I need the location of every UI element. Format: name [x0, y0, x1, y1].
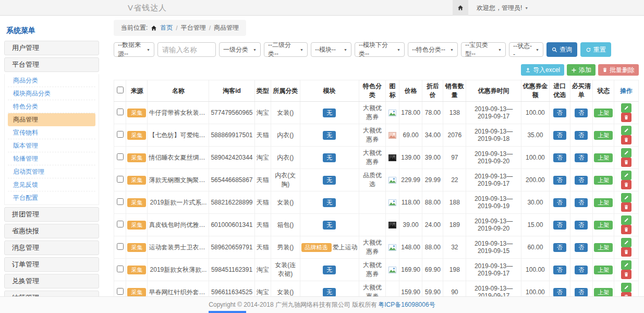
- sidebar-item[interactable]: 商品管理: [8, 113, 95, 126]
- import-select-badge[interactable]: 否: [553, 109, 566, 117]
- sidebar-item[interactable]: 用户管理: [4, 41, 99, 55]
- import-select-badge[interactable]: 否: [553, 176, 566, 185]
- row-checkbox[interactable]: [117, 266, 124, 272]
- sidebar-item[interactable]: 模块商品分类: [8, 87, 95, 100]
- sidebar-item[interactable]: 拼团管理: [4, 207, 99, 222]
- price: 148.00: [399, 236, 422, 259]
- status-badge[interactable]: 上架: [594, 109, 613, 117]
- edit-button[interactable]: [621, 193, 631, 202]
- delete-button[interactable]: [621, 225, 631, 234]
- user-menu[interactable]: 欢迎您，管理员! ▼: [477, 4, 528, 13]
- import-excel-button[interactable]: 导入excel: [521, 64, 564, 76]
- must-buy-badge[interactable]: 否: [575, 109, 588, 117]
- row-checkbox[interactable]: [117, 109, 124, 115]
- status-badge[interactable]: 上架: [594, 266, 613, 274]
- filter-select[interactable]: --模块--▼: [311, 42, 351, 57]
- sidebar-item[interactable]: 平台管理: [4, 57, 99, 72]
- status-badge[interactable]: 上架: [594, 198, 613, 207]
- must-buy-badge[interactable]: 否: [575, 221, 588, 230]
- filter-select[interactable]: --状态--▼: [509, 42, 543, 57]
- filter-select[interactable]: --特色分类--▼: [408, 42, 458, 57]
- edit-button[interactable]: [621, 148, 631, 158]
- feature-category: 大额优惠券: [359, 124, 386, 147]
- sidebar-item[interactable]: 宣传物料: [8, 126, 95, 139]
- row-checkbox[interactable]: [117, 176, 124, 183]
- table-row: 采集牛仔背带裤女秋装减龄...577479560965淘宝女装()无大额优惠券1…: [114, 102, 639, 124]
- filter-select[interactable]: --二级分类--▼: [264, 42, 308, 57]
- delete-button[interactable]: [621, 158, 631, 167]
- icon-cell: [386, 169, 399, 191]
- sidebar-item[interactable]: 启动页管理: [8, 165, 95, 178]
- source-badge: 采集: [127, 176, 146, 185]
- module-cell: 无: [300, 191, 359, 214]
- filter-select[interactable]: --宝贝类型--▼: [461, 42, 506, 57]
- import-select-badge[interactable]: 否: [553, 243, 566, 252]
- edit-button[interactable]: [621, 238, 631, 247]
- delete-button[interactable]: [621, 113, 631, 122]
- import-select-badge[interactable]: 否: [553, 288, 566, 297]
- must-buy-badge[interactable]: 否: [575, 198, 588, 207]
- must-buy-badge[interactable]: 否: [575, 131, 588, 140]
- delete-button[interactable]: [621, 247, 631, 257]
- import-select-badge[interactable]: 否: [553, 131, 566, 140]
- row-checkbox[interactable]: [117, 243, 124, 250]
- must-buy-badge[interactable]: 否: [575, 176, 588, 185]
- search-button[interactable]: 查询: [546, 42, 577, 57]
- sidebar-item[interactable]: 平台配置: [8, 191, 95, 204]
- row-checkbox[interactable]: [117, 131, 124, 138]
- edit-button[interactable]: [621, 215, 631, 225]
- filter-select[interactable]: 一级分类▼: [219, 42, 261, 57]
- edit-button[interactable]: [621, 260, 631, 270]
- edit-button[interactable]: [621, 283, 631, 292]
- sidebar-item[interactable]: 兑换管理: [4, 274, 99, 288]
- breadcrumb: 当前位置: 首页 / 平台管理 / 商品管理: [114, 20, 246, 36]
- status-badge[interactable]: 上架: [594, 176, 613, 185]
- edit-button[interactable]: [621, 103, 631, 113]
- sidebar-item[interactable]: 省惠快报: [4, 224, 99, 238]
- sidebar-item[interactable]: 版本管理: [8, 139, 95, 152]
- filter-select[interactable]: --模块下分类--▼: [355, 42, 405, 57]
- import-select-badge[interactable]: 否: [553, 198, 566, 207]
- home-button[interactable]: [453, 0, 468, 16]
- sidebar-item[interactable]: 轮播管理: [8, 152, 95, 165]
- reset-button[interactable]: 重置: [580, 42, 611, 57]
- sidebar-item[interactable]: 消息管理: [4, 240, 99, 255]
- select-all-checkbox[interactable]: [117, 87, 124, 93]
- edit-button[interactable]: [621, 171, 631, 180]
- coupon-amount: 100.00: [521, 259, 549, 281]
- breadcrumb-home-link[interactable]: 首页: [160, 23, 173, 32]
- must-buy-badge[interactable]: 否: [575, 266, 588, 274]
- status-badge[interactable]: 上架: [594, 153, 613, 162]
- delete-button[interactable]: [621, 202, 631, 212]
- delete-button[interactable]: [621, 135, 631, 145]
- sidebar-item[interactable]: 商品分类: [8, 74, 95, 87]
- batch-delete-button[interactable]: 批量删除: [598, 64, 639, 76]
- row-checkbox[interactable]: [117, 288, 124, 295]
- import-select-badge[interactable]: 否: [553, 153, 566, 162]
- status-badge[interactable]: 上架: [594, 221, 613, 230]
- delete-button[interactable]: [621, 270, 631, 279]
- add-button[interactable]: 添加: [567, 64, 596, 76]
- must-buy-badge[interactable]: 否: [575, 288, 588, 297]
- edit-button[interactable]: [621, 126, 631, 135]
- discount-price: 39.00: [422, 147, 443, 169]
- sidebar-item[interactable]: 订单管理: [4, 257, 99, 272]
- icp-link[interactable]: 粤ICP备16098006号: [378, 300, 435, 309]
- row-checkbox[interactable]: [117, 153, 124, 160]
- row-checkbox[interactable]: [117, 221, 124, 227]
- status-badge[interactable]: 上架: [594, 131, 613, 140]
- status-badge[interactable]: 上架: [594, 243, 613, 252]
- row-checkbox[interactable]: [117, 198, 124, 205]
- sidebar-item[interactable]: 意见反馈: [8, 178, 95, 191]
- import-select-badge[interactable]: 否: [553, 266, 566, 274]
- icon-cell: [386, 259, 399, 281]
- delete-button[interactable]: [621, 180, 631, 189]
- must-buy-badge[interactable]: 否: [575, 153, 588, 162]
- column-header: 模块: [300, 80, 359, 102]
- must-buy-badge[interactable]: 否: [575, 243, 588, 252]
- sidebar-item[interactable]: 特色分类: [8, 100, 95, 113]
- name-search-input[interactable]: [157, 42, 216, 57]
- status-badge[interactable]: 上架: [594, 288, 613, 297]
- filter-select[interactable]: --数据来源--▼: [114, 42, 154, 57]
- import-select-badge[interactable]: 否: [553, 221, 566, 230]
